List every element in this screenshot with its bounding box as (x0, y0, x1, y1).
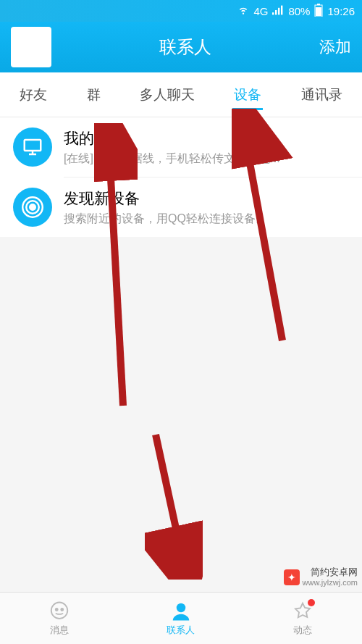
svg-point-18 (61, 609, 63, 611)
notification-dot-icon (308, 599, 315, 606)
nav-label: 动态 (293, 624, 312, 637)
network-label: 4G (253, 5, 268, 17)
status-bar: 4G 80% 19:26 (0, 0, 362, 22)
annotation-arrow (145, 427, 203, 580)
person-icon (170, 601, 192, 622)
svg-rect-7 (25, 140, 41, 151)
signal-icon (272, 5, 284, 17)
svg-point-10 (30, 204, 35, 210)
watermark-url: www.jylzwj.com (303, 578, 358, 587)
item-subtitle: [在线] 无需数据线，手机轻松传文件到电... (64, 151, 324, 167)
watermark-brand: 简约安卓网 (311, 566, 358, 578)
item-subtitle: 搜索附近的设备，用QQ轻松连接设备。 (64, 212, 324, 227)
page-title: 联系人 (51, 35, 319, 59)
list-item[interactable]: 我的电脑 [在线] 无需数据线，手机轻松传文件到电... (0, 117, 362, 177)
wifi-icon (237, 5, 249, 17)
svg-rect-6 (316, 7, 321, 16)
svg-rect-0 (272, 12, 274, 14)
tab-groups[interactable]: 群 (84, 74, 104, 116)
tab-multichat[interactable]: 多人聊天 (137, 74, 198, 116)
svg-rect-3 (281, 5, 282, 14)
list-item[interactable]: 发现新设备 搜索附近的设备，用QQ轻松连接设备。 (0, 177, 362, 237)
watermark-logo-icon: ✦ (284, 569, 300, 585)
tabs: 好友 群 多人聊天 设备 通讯录 (0, 72, 362, 117)
svg-point-19 (177, 603, 186, 612)
svg-line-15 (156, 435, 185, 569)
avatar[interactable] (11, 27, 51, 67)
header: 联系人 添加 (0, 22, 362, 72)
nav-moments[interactable]: 动态 (292, 601, 313, 637)
nav-contacts[interactable]: 联系人 (167, 601, 195, 637)
battery-label: 80% (288, 5, 310, 17)
device-list: 我的电脑 [在线] 无需数据线，手机轻松传文件到电... 发现新设备 搜索附近的… (0, 117, 362, 237)
svg-point-16 (51, 602, 68, 619)
svg-point-17 (56, 609, 58, 611)
bottom-nav: 消息 联系人 动态 (0, 592, 362, 644)
item-title: 发现新设备 (64, 188, 349, 209)
item-title: 我的电脑 (64, 128, 349, 149)
svg-rect-1 (275, 10, 277, 14)
tab-friends[interactable]: 好友 (17, 74, 50, 116)
svg-rect-2 (278, 7, 279, 14)
add-button[interactable]: 添加 (319, 36, 351, 58)
tab-contacts[interactable]: 通讯录 (298, 74, 345, 116)
time-label: 19:26 (327, 5, 355, 17)
tab-devices[interactable]: 设备 (231, 74, 264, 116)
radar-icon (13, 188, 52, 227)
nav-label: 联系人 (167, 624, 195, 637)
monitor-icon (13, 127, 52, 167)
watermark: ✦ 简约安卓网 www.jylzwj.com (284, 566, 358, 587)
nav-messages[interactable]: 消息 (49, 601, 70, 637)
message-icon (49, 601, 70, 622)
battery-icon (314, 4, 323, 19)
nav-label: 消息 (50, 624, 69, 637)
